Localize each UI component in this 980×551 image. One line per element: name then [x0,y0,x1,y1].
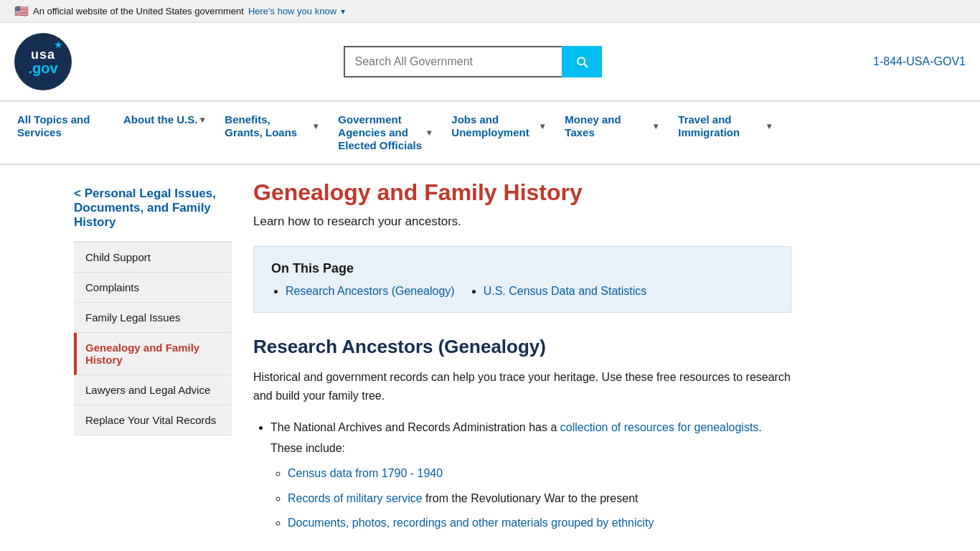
sidebar-item-child-support: Child Support [74,242,232,273]
nav-item-jobs: Jobs and Unemployment ▾ [441,102,555,164]
site-header: ★ usa .gov 1-844-USA-GOV1 [0,23,980,102]
sidebar-item-complaints: Complaints [74,273,232,303]
sub-list-item-documents: Documents, photos, recordings and other … [288,513,791,534]
nav-item-government: Government Agencies and Elected Official… [328,102,441,164]
nav-item-about: About the U.S. ▾ [113,102,215,164]
sidebar-link-child-support[interactable]: Child Support [74,242,232,273]
chevron-down-icon: ▾ [200,115,204,125]
gov-banner: 🇺🇸 An official website of the United Sta… [0,0,980,23]
census-data-link[interactable]: Census data from 1790 - 1940 [288,467,443,479]
list-item-nara-text: The National Archives and Records Admini… [270,421,560,433]
gov-banner-text: An official website of the United States… [33,6,244,17]
section-heading-research: Research Ancestors (Genealogy) [253,336,791,358]
sub-list: Census data from 1790 - 1940 Records of … [270,463,791,534]
nav-link-about[interactable]: About the U.S. ▾ [113,102,215,138]
sidebar-nav: Child Support Complaints Family Legal Is… [74,242,232,435]
sidebar-parent-link[interactable]: < Personal Legal Issues, Documents, and … [74,179,232,242]
gov-banner-link[interactable]: Here's how you know [248,6,336,17]
logo-star-icon: ★ [54,39,63,50]
search-form [344,46,602,77]
documents-link[interactable]: Documents, photos, recordings and other … [288,517,654,529]
sub-list-item-census: Census data from 1790 - 1940 [288,463,791,484]
search-area [86,46,859,77]
flag-icon: 🇺🇸 [14,4,29,18]
logo-gov-text: .gov [28,61,57,75]
nav-item-money: Money and Taxes ▾ [555,102,668,164]
sidebar-link-family-legal[interactable]: Family Legal Issues [74,303,232,333]
nav-link-all-topics[interactable]: All Topics and Services [7,102,113,151]
on-this-page-links: Research Ancestors (Genealogy) U.S. Cens… [271,285,773,298]
content-wrapper: < Personal Legal Issues, Documents, and … [60,165,920,551]
military-records-link[interactable]: Records of military service [288,492,423,504]
chevron-down-icon: ▾ [314,121,318,131]
sidebar-item-vital-records: Replace Your Vital Records [74,405,232,435]
nav-link-benefits[interactable]: Benefits, Grants, Loans ▾ [215,102,328,151]
sidebar-item-lawyers: Lawyers and Legal Advice [74,375,232,405]
sidebar-link-complaints[interactable]: Complaints [74,273,232,303]
on-this-page-link-1[interactable]: Research Ancestors (Genealogy) [286,285,455,297]
nav-link-jobs[interactable]: Jobs and Unemployment ▾ [441,102,555,151]
chevron-down-icon: ▾ [341,6,345,17]
on-this-page-link-item-1: Research Ancestors (Genealogy) [286,285,455,298]
sidebar-item-family-legal: Family Legal Issues [74,303,232,333]
main-content: Genealogy and Family History Learn how t… [253,179,791,540]
search-icon [575,55,589,69]
sidebar-link-lawyers[interactable]: Lawyers and Legal Advice [74,375,232,405]
chevron-down-icon: ▾ [767,121,771,131]
search-button[interactable] [562,46,602,77]
nav-link-travel[interactable]: Travel and Immigration ▾ [668,102,781,151]
military-records-after: from the Revolutionary War to the presen… [425,492,638,504]
sidebar-link-genealogy[interactable]: Genealogy and Family History [74,333,232,375]
on-this-page-box: On This Page Research Ancestors (Genealo… [253,246,791,313]
section-intro-research: Historical and government records can he… [253,368,791,405]
page-title: Genealogy and Family History [253,179,791,206]
research-ancestors-section: Research Ancestors (Genealogy) Historica… [253,336,791,534]
nav-link-government[interactable]: Government Agencies and Elected Official… [328,102,441,164]
usagov-logo: ★ usa .gov [14,33,72,90]
sub-list-item-military: Records of military service from the Rev… [288,489,791,509]
main-nav: All Topics and Services About the U.S. ▾… [0,102,980,165]
list-item-nara: The National Archives and Records Admini… [270,418,791,534]
nav-item-benefits: Benefits, Grants, Loans ▾ [215,102,328,164]
sidebar-link-vital-records[interactable]: Replace Your Vital Records [74,405,232,435]
search-input[interactable] [344,46,562,77]
nav-link-money[interactable]: Money and Taxes ▾ [555,102,668,151]
on-this-page-link-item-2: U.S. Census Data and Statistics [484,285,647,298]
page-subtitle: Learn how to research your ancestors. [253,215,791,229]
on-this-page-title: On This Page [271,261,773,276]
chevron-down-icon: ▾ [540,121,545,131]
chevron-down-icon: ▾ [427,128,431,138]
phone-number-link[interactable]: 1-844-USA-GOV1 [873,55,966,68]
nara-genealogy-link[interactable]: collection of resources for genealogists [560,421,759,433]
nav-item-travel: Travel and Immigration ▾ [668,102,781,164]
chevron-down-icon: ▾ [654,121,658,131]
sidebar-item-genealogy: Genealogy and Family History [74,333,232,375]
sidebar: < Personal Legal Issues, Documents, and … [74,179,232,540]
content-list: The National Archives and Records Admini… [253,418,791,534]
logo-container[interactable]: ★ usa .gov [14,33,72,90]
nav-list: All Topics and Services About the U.S. ▾… [0,102,980,164]
nav-item-all-topics: All Topics and Services [7,102,113,164]
on-this-page-link-2[interactable]: U.S. Census Data and Statistics [484,285,647,297]
